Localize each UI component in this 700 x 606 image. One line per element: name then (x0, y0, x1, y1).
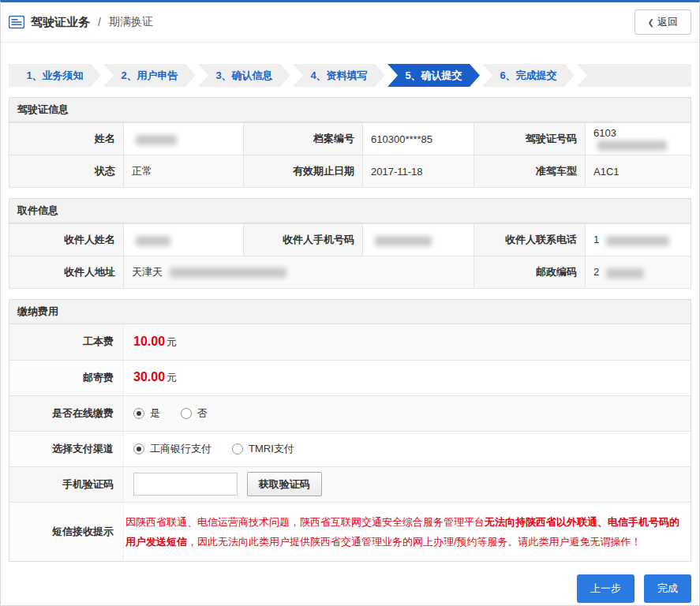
field-address-value: 天津天 (124, 256, 474, 289)
back-button[interactable]: ❮ 返回 (634, 9, 691, 35)
channel-tmri-label: TMRI支付 (249, 442, 294, 456)
field-status-label: 状态 (9, 155, 124, 188)
online-payment-no-radio[interactable] (181, 408, 192, 419)
online-payment-yes-radio[interactable] (133, 408, 144, 419)
redacted-phone (606, 236, 669, 246)
field-file-no-value: 610300****85 (363, 123, 474, 155)
fees-title: 缴纳费用 (9, 299, 691, 324)
field-expiry-label: 有效期止日期 (244, 155, 363, 188)
field-mobile-label: 收件人手机号码 (244, 224, 363, 256)
back-chevron-icon: ❮ (648, 18, 654, 27)
mailing-fee-unit: 元 (167, 372, 177, 383)
online-payment-label: 是否在线缴费 (9, 395, 124, 431)
production-fee-label: 工本费 (9, 324, 124, 360)
previous-step-button[interactable]: 上一步 (577, 574, 634, 603)
field-vehicle-label: 准驾车型 (474, 155, 586, 188)
license-business-icon (9, 15, 24, 29)
field-file-no-label: 档案编号 (244, 123, 363, 155)
page-title: 驾驶证业务 (31, 15, 90, 30)
sms-notice-text: 因陕西省联通、电信运营商技术问题，陕西省互联网交通安全综合服务管理平台无法向持陕… (125, 512, 679, 552)
redacted-postcode (606, 268, 644, 279)
field-postcode-value: 2 (586, 256, 691, 289)
breadcrumb: 驾驶证业务 / 期满换证 (9, 15, 153, 30)
mailing-fee-amount: 30.00 (133, 370, 165, 383)
back-button-label: 返回 (657, 15, 678, 29)
license-renewal-page: 驾驶证业务 / 期满换证 ❮ 返回 1、业务须知 2、用户申告 3、确认信息 4… (0, 0, 700, 606)
field-license-no-label: 驾驶证号码 (474, 123, 586, 155)
field-name-value (124, 123, 244, 155)
channel-tmri-radio[interactable] (232, 443, 243, 454)
redacted-mobile (375, 236, 432, 246)
breadcrumb-separator: / (98, 16, 101, 28)
sms-code-input[interactable] (133, 473, 238, 496)
license-info-section: 驾驶证信息 姓名 档案编号 610300****85 驾驶证号码 6103 (9, 97, 691, 188)
license-info-table: 姓名 档案编号 610300****85 驾驶证号码 6103 状态 正常 有效… (9, 122, 691, 188)
redacted-license-no (597, 140, 667, 151)
field-recipient-name-label: 收件人姓名 (9, 224, 124, 256)
pickup-info-title: 取件信息 (9, 198, 691, 223)
field-recipient-name-value (124, 224, 244, 256)
mailing-fee-value: 30.00元 (124, 360, 691, 395)
step-6-complete-submit[interactable]: 6、完成提交 (482, 64, 575, 87)
field-vehicle-value: A1C1 (586, 155, 691, 188)
step-3-confirm-info[interactable]: 3、确认信息 (198, 64, 290, 87)
sms-code-label: 手机验证码 (9, 466, 124, 502)
fees-section: 缴纳费用 工本费 10.00元 邮寄费 30.00元 是否在线缴费 是 (9, 299, 691, 562)
fees-table: 工本费 10.00元 邮寄费 30.00元 是否在线缴费 是 (9, 324, 691, 562)
redacted-recipient-name (136, 236, 170, 246)
pickup-info-section: 取件信息 收件人姓名 收件人手机号码 收件人联系电话 1 (9, 198, 691, 289)
field-postcode-label: 邮政编码 (474, 256, 586, 289)
page-subtitle: 期满换证 (109, 15, 153, 29)
field-expiry-value: 2017-11-18 (363, 155, 474, 188)
field-phone-label: 收件人联系电话 (474, 224, 586, 256)
mailing-fee-label: 邮寄费 (9, 360, 124, 395)
online-payment-no-label: 否 (197, 406, 208, 421)
pickup-info-table: 收件人姓名 收件人手机号码 收件人联系电话 1 收件人地址 (9, 223, 691, 289)
field-phone-value: 1 (586, 224, 691, 256)
field-status-value: 正常 (124, 155, 244, 188)
finish-button[interactable]: 完成 (644, 574, 691, 603)
sms-notice-cell: 因陕西省联通、电信运营商技术问题，陕西省互联网交通安全综合服务管理平台无法向持陕… (124, 502, 691, 562)
step-1-business-notice[interactable]: 1、业务须知 (9, 64, 101, 87)
field-mobile-value (363, 224, 474, 256)
field-license-no-value: 6103 (586, 123, 691, 155)
channel-icbc-radio[interactable] (133, 443, 144, 454)
field-name-label: 姓名 (9, 123, 124, 155)
channel-icbc-label: 工商银行支付 (150, 442, 211, 456)
step-2-user-declaration[interactable]: 2、用户申告 (103, 64, 196, 87)
step-4-fill-data[interactable]: 4、资料填写 (293, 64, 385, 87)
production-fee-unit: 元 (167, 336, 177, 348)
online-payment-options: 是 否 (124, 395, 691, 431)
online-payment-yes-label: 是 (150, 406, 160, 421)
production-fee-value: 10.00元 (124, 324, 691, 360)
redacted-address (170, 267, 286, 278)
get-code-button[interactable]: 获取验证码 (247, 472, 322, 496)
step-wizard: 1、业务须知 2、用户申告 3、确认信息 4、资料填写 5、确认提交 6、完成提… (9, 64, 691, 87)
sms-notice-label: 短信接收提示 (9, 502, 124, 562)
sms-code-field: 获取验证码 (124, 466, 691, 502)
footer-actions: 上一步 完成 (9, 574, 691, 603)
license-info-title: 驾驶证信息 (9, 97, 691, 122)
step-bar-filler (577, 64, 691, 87)
payment-channel-label: 选择支付渠道 (9, 431, 124, 466)
page-header: 驾驶证业务 / 期满换证 ❮ 返回 (1, 2, 699, 43)
step-5-confirm-submit[interactable]: 5、确认提交 (387, 64, 480, 87)
payment-channel-options: 工商银行支付 TMRI支付 (124, 431, 691, 466)
production-fee-amount: 10.00 (133, 335, 165, 348)
redacted-name (136, 135, 177, 145)
field-address-label: 收件人地址 (9, 256, 124, 289)
